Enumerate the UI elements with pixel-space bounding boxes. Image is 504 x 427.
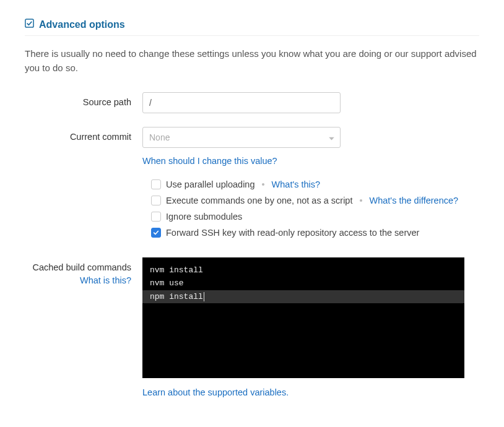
parallel-upload-help-link[interactable]: What's this? <box>272 179 321 189</box>
cached-build-label: Cached build commands <box>32 262 131 272</box>
source-path-label: Source path <box>25 92 142 108</box>
supported-variables-link[interactable]: Learn about the supported variables. <box>142 387 289 397</box>
source-path-input[interactable] <box>142 92 341 113</box>
advanced-options-header[interactable]: Advanced options <box>25 19 479 36</box>
forward-ssh-label: Forward SSH key with read-only repositor… <box>166 228 419 238</box>
terminal-line: nvm install <box>150 264 457 277</box>
terminal-line: nvm use <box>150 277 457 290</box>
execute-one-by-one-checkbox[interactable] <box>151 196 161 205</box>
section-title: Advanced options <box>39 19 125 30</box>
cached-build-terminal[interactable]: nvm install nvm use npm install <box>142 257 464 378</box>
parallel-upload-checkbox[interactable] <box>151 179 161 189</box>
checkbox-square-icon <box>25 19 34 30</box>
execute-one-by-one-help-link[interactable]: What's the difference? <box>370 196 459 205</box>
parallel-upload-label: Use parallel uploading <box>166 179 255 189</box>
ignore-submodules-label: Ignore submodules <box>166 212 242 222</box>
current-commit-help-link[interactable]: When should I change this value? <box>142 156 277 166</box>
execute-one-by-one-label: Execute commands one by one, not as a sc… <box>166 196 352 205</box>
terminal-line-active: npm install <box>142 290 464 303</box>
forward-ssh-checkbox[interactable] <box>151 228 161 238</box>
separator-dot: • <box>359 196 362 205</box>
separator-dot: • <box>262 179 265 189</box>
svg-rect-0 <box>25 19 33 27</box>
current-commit-select[interactable]: None <box>142 127 341 148</box>
cached-build-what-is-this-link[interactable]: What is this? <box>25 275 131 287</box>
ignore-submodules-checkbox[interactable] <box>151 212 161 222</box>
section-description: There is usually no need to change these… <box>25 47 479 75</box>
current-commit-placeholder: None <box>149 132 170 142</box>
current-commit-label: Current commit <box>25 127 142 143</box>
